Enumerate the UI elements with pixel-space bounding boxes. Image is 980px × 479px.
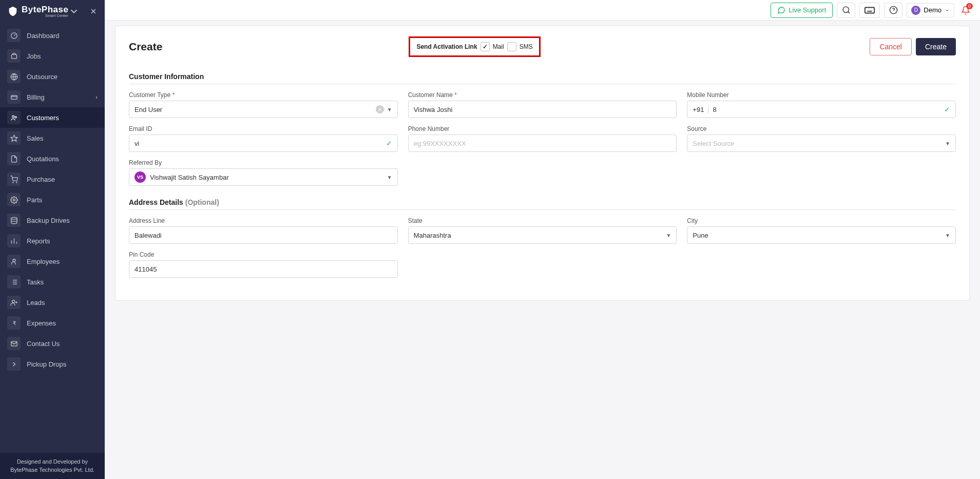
sidebar-item-purchase[interactable]: Purchase <box>0 169 105 189</box>
sms-label: SMS <box>520 43 533 50</box>
pincode-input[interactable] <box>134 265 392 273</box>
mobile-input-wrap: +91 ✓ <box>687 101 956 118</box>
svg-point-12 <box>11 217 16 219</box>
chevron-down-icon: ▼ <box>945 233 950 238</box>
create-button[interactable]: Create <box>916 38 956 55</box>
address-section-title: Address Details (Optional) <box>129 198 956 206</box>
label-phone: Phone Number <box>408 125 677 132</box>
user-menu[interactable]: D Demo <box>907 3 954 17</box>
address-input[interactable] <box>134 232 392 239</box>
field-pincode: Pin Code <box>129 251 398 278</box>
keyboard-icon <box>864 5 875 16</box>
valid-check-icon: ✓ <box>944 105 950 113</box>
state-select[interactable]: Maharashtra ▼ <box>408 226 677 244</box>
search-icon <box>842 6 851 14</box>
field-customer-name: Customer Name * <box>408 91 677 118</box>
nav-icon <box>7 337 21 350</box>
label-customer-name: Customer Name * <box>408 91 677 99</box>
keyboard-button[interactable] <box>859 3 880 18</box>
brand-logo[interactable]: BytePhase Smart Center <box>7 5 80 17</box>
sidebar-item-tasks[interactable]: Tasks <box>0 272 105 292</box>
referred-avatar: VS <box>134 171 146 183</box>
search-button[interactable] <box>837 3 855 18</box>
live-support-button[interactable]: Live Support <box>771 3 833 18</box>
sidebar-item-backup-drives[interactable]: Backup Drives <box>0 210 105 231</box>
chevron-down-icon[interactable] <box>68 6 80 17</box>
referred-select[interactable]: VS Vishwajit Satish Sayambar ▼ <box>129 168 398 186</box>
nav-icon <box>7 49 21 63</box>
label-pincode: Pin Code <box>129 251 398 258</box>
card-header: Create Send Activation Link Mail SMS Can… <box>129 36 956 64</box>
field-referred: Referred By VS Vishwajit Satish Sayambar… <box>129 159 398 186</box>
sidebar-item-reports[interactable]: Reports <box>0 231 105 251</box>
phone-input[interactable] <box>414 140 671 147</box>
label-state: State <box>408 217 677 224</box>
svg-rect-3 <box>11 54 16 59</box>
nav-icon <box>7 214 21 227</box>
sidebar-item-jobs[interactable]: Jobs <box>0 46 105 66</box>
sidebar-item-employees[interactable]: Employees <box>0 251 105 272</box>
sidebar-item-parts[interactable]: Parts <box>0 189 105 210</box>
customer-type-select[interactable]: End User ✕ ▼ <box>129 101 398 118</box>
nav-label: Backup Drives <box>27 217 70 224</box>
sidebar-item-sales[interactable]: Sales <box>0 128 105 148</box>
city-select[interactable]: Pune ▼ <box>687 226 956 244</box>
sidebar-item-leads[interactable]: Leads <box>0 292 105 313</box>
svg-point-23 <box>12 300 14 302</box>
nav-label: Outsource <box>27 73 57 81</box>
nav-label: Purchase <box>27 176 55 183</box>
email-input-wrap: ✓ <box>129 135 398 152</box>
chevron-down-icon: ▼ <box>945 141 950 146</box>
nav-label: Quotations <box>27 155 59 163</box>
nav-label: Reports <box>27 237 50 245</box>
field-mobile: Mobile Number +91 ✓ <box>687 91 956 118</box>
mail-checkbox[interactable] <box>481 42 490 51</box>
actions: Cancel Create <box>870 38 956 55</box>
sidebar-item-quotations[interactable]: Quotations <box>0 148 105 169</box>
email-input[interactable] <box>134 140 383 147</box>
logo-row: BytePhase Smart Center <box>0 0 105 23</box>
sidebar-item-expenses[interactable]: ₹Expenses <box>0 313 105 333</box>
svg-point-8 <box>15 116 16 118</box>
nav-icon <box>7 357 21 371</box>
cancel-button[interactable]: Cancel <box>870 38 912 55</box>
svg-point-9 <box>13 182 13 182</box>
main: Live Support D Demo 0 Create Send Activa… <box>105 0 980 479</box>
nav-list: DashboardJobsOutsourceBilling›CustomersS… <box>0 23 105 453</box>
sms-checkbox[interactable] <box>507 42 516 51</box>
sidebar-item-pickup-drops[interactable]: Pickup Drops <box>0 354 105 374</box>
label-customer-type: Customer Type * <box>129 91 398 99</box>
field-state: State Maharashtra ▼ <box>408 217 677 244</box>
nav-icon <box>7 234 21 247</box>
customer-name-input[interactable] <box>414 106 671 113</box>
close-icon[interactable] <box>89 7 98 15</box>
svg-point-11 <box>13 199 15 201</box>
svg-line-29 <box>848 12 850 13</box>
sidebar-item-outsource[interactable]: Outsource <box>0 66 105 87</box>
label-referred: Referred By <box>129 159 398 166</box>
label-email: Email ID <box>129 125 398 132</box>
sidebar-item-dashboard[interactable]: Dashboard <box>0 25 105 46</box>
sidebar-item-customers[interactable]: Customers <box>0 107 105 128</box>
field-address: Address Line <box>129 217 398 244</box>
activation-link-group: Send Activation Link Mail SMS <box>409 36 540 57</box>
help-button[interactable] <box>884 3 902 18</box>
source-placeholder: Select Source <box>693 140 734 147</box>
mobile-input[interactable] <box>713 106 941 113</box>
nav-label: Jobs <box>27 52 41 60</box>
notifications-button[interactable]: 0 <box>958 3 973 17</box>
sidebar-item-billing[interactable]: Billing› <box>0 87 105 107</box>
svg-point-10 <box>16 182 16 182</box>
label-city: City <box>687 217 956 224</box>
nav-icon <box>7 296 21 309</box>
sidebar: BytePhase Smart Center DashboardJobsOuts… <box>0 0 105 479</box>
live-support-label: Live Support <box>789 6 826 14</box>
sidebar-item-contact-us[interactable]: Contact Us <box>0 333 105 354</box>
phone-input-wrap <box>408 135 677 152</box>
sidebar-footer: Designed and Developed by BytePhase Tech… <box>0 453 105 479</box>
source-select[interactable]: Select Source ▼ <box>687 135 956 152</box>
nav-label: Dashboard <box>27 32 60 40</box>
clear-icon[interactable]: ✕ <box>376 105 384 113</box>
nav-icon <box>7 111 21 124</box>
content: Create Send Activation Link Mail SMS Can… <box>105 21 980 479</box>
